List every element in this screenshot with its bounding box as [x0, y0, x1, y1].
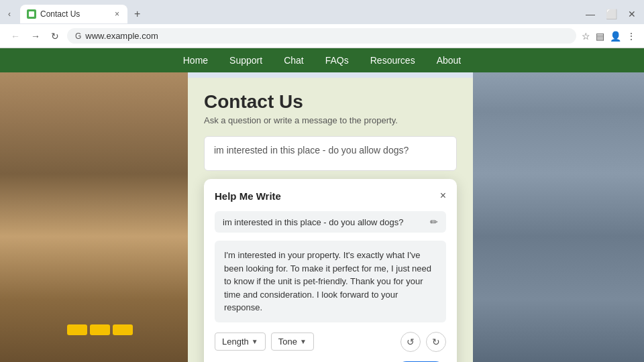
hmw-output-text: I'm interested in your property. It's ex…	[224, 249, 437, 314]
google-icon: G	[75, 32, 81, 41]
menu-icon[interactable]: ⋮	[627, 31, 636, 42]
help-me-write-panel: Help Me Write × im interested in this pl…	[204, 179, 457, 362]
tab-bar: ‹ Contact Us × + — ⬜ ✕	[0, 0, 644, 24]
page-title: Contact Us	[204, 91, 457, 113]
nav-link-faqs[interactable]: FAQs	[325, 55, 349, 66]
window-controls: — ⬜ ✕	[583, 7, 639, 21]
hmw-header: Help Me Write ×	[215, 190, 446, 202]
page-subtitle: Ask a question or write a message to the…	[204, 115, 457, 125]
tab-close-icon[interactable]: ×	[113, 9, 121, 19]
refresh-button[interactable]: ↻	[426, 332, 446, 352]
page-content: Home Support Chat FAQs Resources About C…	[0, 48, 644, 362]
hmw-output-area: I'm interested in your property. It's ex…	[215, 241, 446, 322]
background-left-building	[0, 48, 188, 362]
taxi-1	[67, 324, 87, 335]
address-bar-actions: ☆ ▤ 👤 ⋮	[582, 31, 636, 42]
main-content-area: Contact Us Ask a question or write a mes…	[188, 78, 473, 362]
new-tab-button[interactable]: +	[130, 8, 144, 20]
profile-icon[interactable]: 👤	[610, 31, 621, 42]
navigation-bar: Home Support Chat FAQs Resources About	[0, 48, 644, 72]
browser-tab-active[interactable]: Contact Us ×	[20, 5, 127, 23]
background-right-building	[473, 48, 644, 362]
nav-link-chat[interactable]: Chat	[284, 55, 304, 66]
back-button[interactable]: ←	[8, 29, 23, 43]
tone-chevron-icon: ▼	[300, 338, 307, 345]
refresh-button[interactable]: ↻	[48, 29, 62, 43]
tone-label: Tone	[278, 337, 297, 347]
undo-button[interactable]: ↺	[400, 332, 421, 352]
tab-favicon-icon	[27, 9, 36, 19]
length-chevron-icon: ▼	[252, 338, 258, 345]
length-label: Length	[222, 337, 249, 347]
nav-link-about[interactable]: About	[437, 55, 462, 66]
length-dropdown[interactable]: Length ▼	[215, 333, 266, 351]
extensions-icon[interactable]: ▤	[596, 31, 604, 42]
taxi-2	[90, 324, 110, 335]
hmw-input-display: im interested in this place - do you all…	[223, 217, 425, 227]
message-input-box[interactable]: im interested in this place - do you all…	[204, 136, 457, 171]
forward-button[interactable]: →	[28, 29, 43, 43]
address-bar: ← → ↻ G www.example.com ☆ ▤ 👤 ⋮	[0, 24, 644, 48]
nav-link-support[interactable]: Support	[229, 55, 262, 66]
taxi-3	[113, 324, 133, 335]
hmw-controls-row: Length ▼ Tone ▼ ↺ ↻	[215, 332, 446, 352]
hmw-input-row: im interested in this place - do you all…	[215, 211, 446, 233]
browser-chrome: ‹ Contact Us × + — ⬜ ✕ ← → ↻ G www.examp…	[0, 0, 644, 48]
url-text: www.example.com	[85, 31, 158, 41]
window-minimize-button[interactable]: —	[583, 7, 598, 21]
nav-link-home[interactable]: Home	[183, 55, 208, 66]
hmw-panel-title: Help Me Write	[215, 190, 281, 202]
nav-links: Home Support Chat FAQs Resources About	[0, 48, 644, 72]
message-input-text: im interested in this place - do you all…	[214, 145, 409, 156]
nav-link-resources[interactable]: Resources	[370, 55, 415, 66]
url-bar[interactable]: G www.example.com	[67, 28, 576, 44]
hmw-edit-icon[interactable]: ✏	[430, 217, 438, 227]
tab-left-controls: ‹	[5, 8, 13, 20]
tab-title: Contact Us	[40, 9, 109, 19]
window-close-button[interactable]: ✕	[625, 7, 639, 21]
tone-dropdown[interactable]: Tone ▼	[271, 333, 314, 351]
taxi-decoration	[67, 324, 133, 335]
back-chevron-icon[interactable]: ‹	[5, 8, 13, 20]
hmw-close-button[interactable]: ×	[440, 190, 446, 202]
bookmark-icon[interactable]: ☆	[582, 31, 590, 42]
window-maximize-button[interactable]: ⬜	[603, 7, 620, 21]
